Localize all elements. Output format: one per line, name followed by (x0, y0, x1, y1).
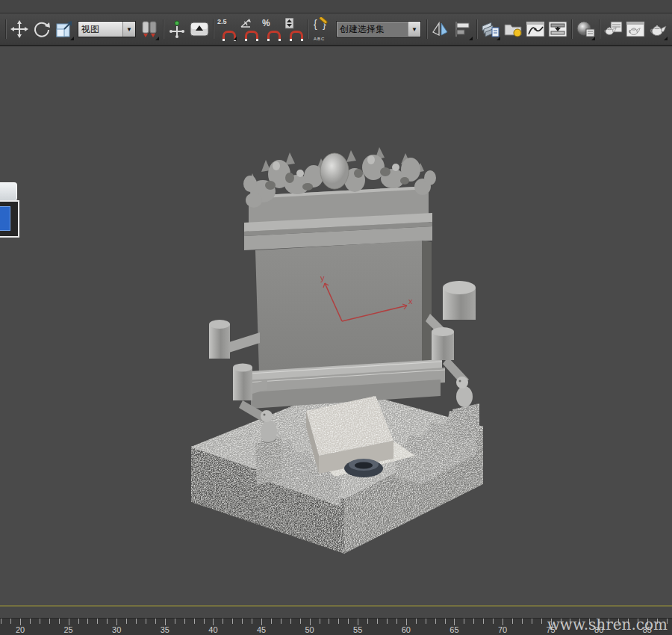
toolbar-separator (597, 18, 602, 40)
timeline-tick (252, 619, 252, 624)
timeline-tick (532, 619, 532, 624)
keyboard-override-icon (190, 20, 209, 38)
guardian-lion-right[interactable] (452, 377, 479, 442)
timeline-tick (49, 619, 50, 624)
render-setup-button[interactable] (602, 16, 624, 42)
timeline-tick (426, 619, 426, 624)
magnet-icon (267, 31, 281, 39)
timeline-tick (396, 619, 397, 624)
chevron-down-icon[interactable]: ▼ (122, 22, 135, 37)
render-production-button[interactable] (647, 16, 669, 42)
manipulate-icon (168, 20, 186, 38)
keyboard-shortcut-override-button[interactable] (188, 16, 211, 42)
select-manipulate-button[interactable] (166, 16, 188, 42)
schematic-view-icon (548, 20, 567, 38)
timeline-tick (97, 619, 98, 624)
timeline-tick (204, 619, 205, 624)
render-setup-teapot-icon (603, 20, 623, 38)
toolbar-separator (424, 18, 429, 40)
timeline-tick (320, 619, 320, 624)
select-move-button[interactable] (8, 16, 31, 42)
timeline-frame-label: 65 (449, 625, 458, 634)
timeline-frame-label: 20 (16, 625, 25, 634)
percent-snap-toggle-button[interactable]: % (261, 16, 283, 42)
timeline-tick (300, 619, 301, 624)
model-3d-tombstone[interactable]: y x (0, 46, 672, 606)
timeline-tick (146, 619, 146, 624)
mirror-button[interactable] (429, 16, 452, 42)
timeline-tick (194, 619, 195, 624)
magnet-icon (290, 31, 303, 39)
render-teapot-icon (648, 20, 668, 38)
abc-label: ABC (314, 37, 325, 41)
timeline-tick (281, 619, 281, 624)
snaps-toggle-button[interactable]: 2.5 (216, 16, 238, 42)
reference-coordinate-dropdown[interactable]: 视图 ▼ (78, 21, 136, 37)
timeline-tick (358, 619, 358, 625)
timeline-tick (69, 619, 69, 625)
axis-x-label: x (408, 297, 413, 306)
toolbar-separator (474, 18, 479, 40)
perspective-viewport[interactable]: y x (0, 46, 672, 606)
timeline-tick (522, 619, 523, 624)
timeline-tick (20, 619, 21, 625)
blue-selection-swatch[interactable] (0, 206, 10, 231)
timeline-tick (435, 619, 436, 624)
shren-watermark: www.shren.com (547, 616, 668, 634)
edit-named-selection-sets-button[interactable]: { } ABC (311, 16, 333, 42)
rendered-frame-window-button[interactable] (624, 16, 647, 42)
align-icon (454, 21, 472, 37)
select-rotate-button[interactable] (31, 16, 53, 42)
angle-icon (240, 18, 252, 28)
timeline-tick (454, 619, 455, 625)
magnet-icon (223, 31, 236, 39)
timeline-tick (40, 619, 40, 624)
align-button[interactable] (452, 16, 474, 42)
select-scale-button[interactable] (53, 16, 75, 42)
scale-icon (55, 20, 73, 38)
spinner-icon (285, 18, 294, 29)
timeline-frame-label: 60 (402, 625, 411, 634)
named-selection-set-value: 创建选择集 (337, 23, 408, 36)
timeline-tick (213, 619, 214, 625)
timeline-tick (165, 619, 166, 625)
timeline-frame-label: 30 (112, 625, 121, 634)
floating-panel-button[interactable] (0, 182, 17, 201)
toolbar-separator (569, 18, 574, 40)
use-pivot-center-button[interactable] (138, 16, 161, 42)
timeline-tick (473, 619, 474, 624)
named-selection-set-dropdown[interactable]: 创建选择集 ▼ (336, 21, 421, 37)
timeline-tick (1, 619, 1, 624)
rendered-frame-icon (626, 20, 645, 38)
spinner-snap-toggle-button[interactable] (283, 16, 305, 42)
timeline-tick (348, 619, 349, 624)
timeline-tick (290, 619, 291, 624)
timeline-tick (416, 619, 417, 624)
main-toolbar: 视图 ▼ (0, 13, 672, 46)
timeline-tick (377, 619, 378, 624)
angle-snap-toggle-button[interactable] (238, 16, 261, 42)
timeline-tick (30, 619, 31, 624)
timeline-tick (338, 619, 339, 624)
timeline-tick (10, 619, 11, 624)
timeline-tick (184, 619, 185, 624)
timeline-tick (223, 619, 223, 624)
layer-manager-button[interactable] (479, 16, 502, 42)
toolbar-separator (211, 18, 216, 40)
timeline-frame-label: 40 (208, 625, 217, 634)
floating-panel-swatch-box[interactable] (0, 200, 19, 238)
timeline-tick (116, 619, 117, 625)
toolbar-separator (161, 18, 166, 40)
timeline-tick (541, 619, 542, 624)
material-editor-button[interactable] (574, 16, 597, 42)
ribbon-toggle-button[interactable] (502, 16, 524, 42)
timeline-tick (493, 619, 494, 624)
schematic-view-button[interactable] (547, 16, 569, 42)
timeline-tick (445, 619, 446, 624)
timeline-frame-label: 55 (353, 625, 362, 634)
chevron-down-icon[interactable]: ▼ (408, 22, 420, 37)
rotate-icon (33, 20, 51, 38)
timeline-tick (503, 619, 503, 625)
timeline-tick (242, 619, 243, 624)
curve-editor-button[interactable] (524, 16, 547, 42)
